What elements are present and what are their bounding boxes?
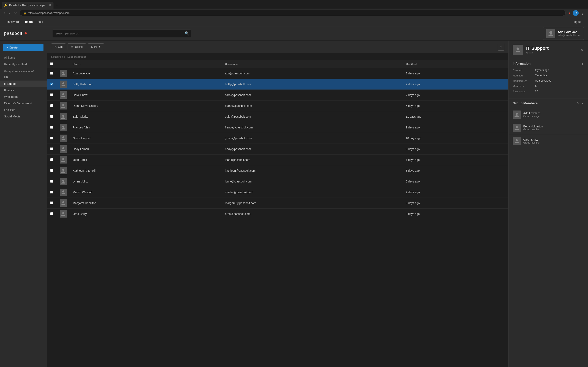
- row-avatar: [60, 167, 67, 174]
- row-username: dame@passbolt.com: [222, 100, 402, 111]
- row-checkbox[interactable]: [50, 212, 53, 215]
- table-row[interactable]: Betty Holberton betty@passbolt.com 7 day…: [47, 79, 508, 90]
- svg-point-5: [62, 115, 64, 117]
- row-checkbox-cell[interactable]: [47, 68, 57, 79]
- breadcrumb-all-users[interactable]: all users: [51, 55, 61, 58]
- row-checkbox[interactable]: [50, 169, 53, 172]
- more-button[interactable]: More ▼: [88, 43, 104, 50]
- information-section-header[interactable]: Information ▼: [509, 59, 588, 68]
- table-row[interactable]: Ada Lovelace ada@passbolt.com 3 days ago: [47, 68, 508, 79]
- row-checkbox[interactable]: [50, 72, 53, 75]
- row-checkbox[interactable]: [50, 147, 53, 150]
- sidebar-item-facilities[interactable]: Facilities: [0, 107, 47, 113]
- create-button[interactable]: + Create: [3, 44, 43, 51]
- search-input[interactable]: [52, 30, 191, 37]
- row-checkbox-cell[interactable]: [47, 176, 57, 187]
- row-checkbox-cell[interactable]: [47, 122, 57, 133]
- sidebar-item-finance[interactable]: Finance: [0, 87, 47, 94]
- browser-menu-button[interactable]: ⋮: [579, 10, 586, 16]
- group-members-chevron-icon: ▼: [581, 102, 584, 105]
- select-all-header[interactable]: [47, 60, 57, 68]
- row-checkbox-cell[interactable]: [47, 155, 57, 165]
- passbolt-extension-button[interactable]: ⬧: [567, 10, 572, 16]
- row-checkbox-cell[interactable]: [47, 90, 57, 100]
- row-checkbox-cell[interactable]: [47, 187, 57, 198]
- table-row[interactable]: Kathleen Antonelli kathleen@passbolt.com…: [47, 165, 508, 176]
- member-name: Betty Holberton: [523, 125, 543, 128]
- table-row[interactable]: Hedy Lamarr hedy@passbolt.com 9 days ago: [47, 144, 508, 155]
- sidebar-item-recently-modified[interactable]: Recently modified: [0, 61, 47, 67]
- members-edit-button[interactable]: ✎: [577, 101, 579, 105]
- browser-tab[interactable]: 🔑 Passbolt - The open source pa... ×: [2, 2, 53, 8]
- table-row[interactable]: Orna Berry orna@passbolt.com 2 days ago: [47, 209, 508, 219]
- modified-col-header[interactable]: Modified: [402, 60, 508, 68]
- sidebar-item-social-media[interactable]: Social Media: [0, 113, 47, 120]
- back-button[interactable]: ‹: [2, 10, 6, 16]
- reload-button[interactable]: ↻: [13, 10, 18, 16]
- sidebar-item-hr[interactable]: HR: [0, 74, 47, 81]
- profile-button[interactable]: R: [573, 10, 579, 16]
- table-row[interactable]: Frances Allen france@passbolt.com 9 days…: [47, 122, 508, 133]
- sidebar-item-it-support[interactable]: IT Support: [0, 81, 47, 87]
- row-checkbox-cell[interactable]: [47, 133, 57, 144]
- row-modified: 10 days ago: [402, 133, 508, 144]
- table-row[interactable]: Marlyn Wescoff marlyn@passbolt.com 2 day…: [47, 187, 508, 198]
- user-col-header[interactable]: User ↑: [69, 60, 222, 68]
- tab-close-button[interactable]: ×: [49, 3, 51, 7]
- new-tab-button[interactable]: +: [54, 2, 60, 8]
- delete-button[interactable]: 🗑 Delete: [68, 43, 86, 50]
- row-checkbox[interactable]: [50, 201, 53, 204]
- members-row: Members 5: [513, 84, 584, 88]
- row-username: ada@passbolt.com: [222, 68, 402, 79]
- row-checkbox-cell[interactable]: [47, 111, 57, 122]
- forward-button[interactable]: ›: [8, 10, 11, 16]
- edit-button[interactable]: ✎ Edit: [51, 43, 66, 50]
- users-table: User ↑ Username Modified Ada Lovelace ad…: [47, 60, 508, 219]
- row-checkbox[interactable]: [50, 83, 53, 85]
- row-checkbox-cell[interactable]: [47, 144, 57, 155]
- nav-users[interactable]: users: [23, 17, 35, 26]
- row-checkbox-cell[interactable]: [47, 100, 57, 111]
- row-name: Jean Bartik: [69, 155, 222, 165]
- browser-action-buttons: ⬧ R ⋮: [567, 10, 586, 16]
- select-all-checkbox[interactable]: [50, 62, 53, 65]
- logo: passbolt ✦: [4, 31, 49, 36]
- table-row[interactable]: Margaret Hamilton margaret@passbolt.com …: [47, 198, 508, 209]
- logout-button[interactable]: logout: [571, 17, 584, 26]
- table-row[interactable]: Lynne Jolitz lynne@passbolt.com 5 days a…: [47, 176, 508, 187]
- table-row[interactable]: Dame Steve Shirley dame@passbolt.com 5 d…: [47, 100, 508, 111]
- username-col-header[interactable]: Username: [222, 60, 402, 68]
- sidebar-item-directors-dept[interactable]: Director's Department: [0, 100, 47, 107]
- row-checkbox[interactable]: [50, 126, 53, 129]
- nav-passwords[interactable]: passwords: [4, 17, 23, 26]
- row-checkbox-cell[interactable]: [47, 79, 57, 90]
- group-avatar: [513, 45, 523, 55]
- row-checkbox[interactable]: [50, 104, 53, 107]
- group-members-header[interactable]: Group Members ✎ ▼: [509, 99, 588, 108]
- row-modified: 9 days ago: [402, 144, 508, 155]
- row-checkbox[interactable]: [50, 180, 53, 183]
- row-avatar-cell: [57, 79, 69, 90]
- row-checkbox[interactable]: [50, 93, 53, 96]
- row-checkbox-cell[interactable]: [47, 209, 57, 219]
- table-row[interactable]: Edith Clarke edith@passbolt.com 11 days …: [47, 111, 508, 122]
- sidebar-item-all-items[interactable]: All items: [0, 54, 47, 61]
- table-row[interactable]: Carol Shaw carol@passbolt.com 7 days ago: [47, 90, 508, 100]
- detail-close-button[interactable]: ×: [580, 47, 584, 53]
- sidebar-item-web-team[interactable]: Web Team: [0, 94, 47, 100]
- table-row[interactable]: Jean Bartik jean@passbolt.com 4 days ago: [47, 155, 508, 165]
- app-nav: passwords users help logout: [0, 17, 588, 26]
- row-checkbox-cell[interactable]: [47, 165, 57, 176]
- nav-help[interactable]: help: [35, 17, 45, 26]
- svg-point-4: [62, 104, 64, 106]
- row-checkbox[interactable]: [50, 158, 53, 161]
- table-row[interactable]: Grace Hopper grace@passbolt.com 10 days …: [47, 133, 508, 144]
- passwords-value: 20: [535, 90, 538, 93]
- row-checkbox[interactable]: [50, 191, 53, 193]
- info-button[interactable]: ℹ: [498, 43, 504, 50]
- search-button[interactable]: 🔍: [185, 31, 189, 36]
- address-bar[interactable]: 🔒 https://www.passbolt.test/app/users: [20, 10, 566, 16]
- row-checkbox[interactable]: [50, 137, 53, 140]
- row-checkbox-cell[interactable]: [47, 198, 57, 209]
- row-checkbox[interactable]: [50, 115, 53, 118]
